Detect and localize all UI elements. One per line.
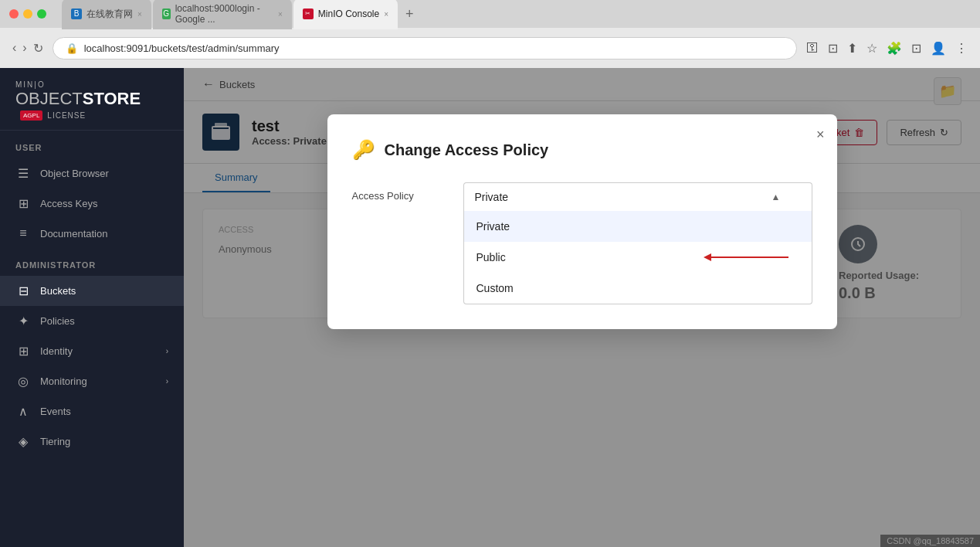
sidebar-item-tiering[interactable]: ◈ Tiering xyxy=(0,426,184,457)
browser-tab-3[interactable]: ✂ MinIO Console × xyxy=(293,0,398,29)
minimize-dot[interactable] xyxy=(23,9,32,19)
profile-icon[interactable]: 👤 xyxy=(931,41,946,56)
sidebar-item-label-access-keys: Access Keys xyxy=(40,198,97,209)
modal-title-text: Change Access Policy xyxy=(385,141,549,159)
browser-titlebar: B 在线教育网 × G localhost:9000login - Google… xyxy=(0,0,980,28)
address-bar[interactable]: 🔒 localhost:9091/buckets/test/admin/summ… xyxy=(53,37,797,59)
browser-chrome: B 在线教育网 × G localhost:9000login - Google… xyxy=(0,0,980,68)
dropdown-selected-value: Private xyxy=(475,191,509,203)
svg-marker-5 xyxy=(704,253,711,261)
sidebar: MIN|O OBJECT STORE AGPL LICENSE User ☰ O… xyxy=(0,68,184,547)
sidebar-item-access-keys[interactable]: ⊞ Access Keys xyxy=(0,189,184,219)
access-policy-field: Access Policy Private ▲ Private Public xyxy=(352,182,812,304)
sidebar-item-label-identity: Identity xyxy=(40,345,73,357)
sidebar-item-policies[interactable]: ✦ Policies xyxy=(0,306,184,336)
logo-minio: MIN|O xyxy=(15,80,168,89)
sidebar-item-label-object-browser: Object Browser xyxy=(40,168,109,179)
sidebar-item-buckets[interactable]: ⊟ Buckets xyxy=(0,276,184,306)
sidebar-item-label-monitoring: Monitoring xyxy=(40,375,87,387)
dropdown-option-private[interactable]: Private xyxy=(464,211,812,242)
extensions-icon[interactable]: 🧩 xyxy=(887,41,902,56)
main-content: ← Buckets 📁 test Access: Private xyxy=(184,68,980,547)
tab-label-2: localhost:9000login - Google ... xyxy=(175,3,273,25)
sidebar-logo: MIN|O OBJECT STORE AGPL LICENSE xyxy=(0,68,184,131)
maximize-dot[interactable] xyxy=(37,9,46,19)
bookmark-icon[interactable]: ☆ xyxy=(866,41,877,56)
back-button[interactable]: ‹ xyxy=(12,41,16,56)
browser-addressbar: ‹ › ↻ 🔒 localhost:9091/buckets/test/admi… xyxy=(0,28,980,68)
access-policy-label: Access Policy xyxy=(352,182,445,202)
dropdown-option-public[interactable]: Public xyxy=(464,242,812,273)
forward-button[interactable]: › xyxy=(22,41,26,56)
logo-agpl-badge: AGPL xyxy=(20,110,42,121)
modal-overlay: × 🔑 Change Access Policy Access Policy P… xyxy=(184,68,980,547)
sidebar-item-label-policies: Policies xyxy=(40,315,75,327)
modal-close-button[interactable]: × xyxy=(816,127,825,143)
logo-object-store: OBJECT STORE xyxy=(15,89,168,109)
sidebar-section-admin: Administrator xyxy=(0,248,184,276)
share-icon[interactable]: ⬆ xyxy=(847,41,857,56)
sidebar-item-identity[interactable]: ⊞ Identity › xyxy=(0,336,184,366)
sidebar-item-label-tiering: Tiering xyxy=(40,436,70,447)
tab-icon-2: G xyxy=(162,8,171,19)
sidebar-section-user: User xyxy=(0,131,184,158)
reload-button[interactable]: ↻ xyxy=(33,41,43,56)
monitoring-arrow-icon: › xyxy=(166,377,168,386)
sidebar-item-label-documentation: Documentation xyxy=(40,228,107,240)
tab-label-3: MinIO Console xyxy=(318,8,379,19)
browser-dots xyxy=(9,9,46,19)
tab-icon-3: ✂ xyxy=(303,8,314,19)
close-dot[interactable] xyxy=(9,9,19,19)
events-icon: ∧ xyxy=(15,404,31,419)
policies-icon: ✦ xyxy=(15,314,31,328)
identity-arrow-icon: › xyxy=(166,347,168,355)
new-tab-button[interactable]: + xyxy=(399,0,420,29)
sidebar-item-events[interactable]: ∧ Events xyxy=(0,396,184,426)
browser-tabs: B 在线教育网 × G localhost:9000login - Google… xyxy=(62,0,810,29)
key-icon[interactable]: ⚿ xyxy=(806,41,819,56)
sidebar-item-documentation[interactable]: ≡ Documentation xyxy=(0,219,184,248)
menu-icon[interactable]: ⋮ xyxy=(955,41,968,56)
tiering-icon: ◈ xyxy=(15,434,31,449)
monitoring-icon: ◎ xyxy=(15,374,31,389)
dropdown-list: Private Public Custom xyxy=(463,211,812,304)
address-text: localhost:9091/buckets/test/admin/summar… xyxy=(84,42,280,54)
lock-icon: 🔒 xyxy=(66,42,78,54)
key-icon: 🔑 xyxy=(352,139,375,161)
access-policy-dropdown: Private ▲ Private Public xyxy=(463,182,812,304)
browser-tab-1[interactable]: B 在线教育网 × xyxy=(62,0,151,29)
tab-close-1[interactable]: × xyxy=(137,10,142,19)
app: MIN|O OBJECT STORE AGPL LICENSE User ☰ O… xyxy=(0,68,980,547)
screenshot-icon[interactable]: ⊡ xyxy=(828,41,838,56)
sidebar-item-object-browser[interactable]: ☰ Object Browser xyxy=(0,158,184,189)
sidebar-toggle-icon[interactable]: ⊡ xyxy=(911,41,921,56)
browser-actions: ⚿ ⊡ ⬆ ☆ 🧩 ⊡ 👤 ⋮ xyxy=(806,41,968,56)
access-keys-icon: ⊞ xyxy=(15,196,31,211)
modal-title-area: 🔑 Change Access Policy xyxy=(352,139,812,161)
object-browser-icon: ☰ xyxy=(15,166,31,181)
dropdown-arrow-icon: ▲ xyxy=(771,192,781,202)
browser-tab-2[interactable]: G localhost:9000login - Google ... × xyxy=(153,0,292,29)
tab-close-3[interactable]: × xyxy=(384,10,388,19)
dropdown-option-custom[interactable]: Custom xyxy=(464,273,812,304)
logo-object-text: OBJECT xyxy=(15,89,83,109)
dropdown-select[interactable]: Private ▲ xyxy=(463,182,812,211)
sidebar-item-monitoring[interactable]: ◎ Monitoring › xyxy=(0,366,184,396)
documentation-icon: ≡ xyxy=(15,226,31,240)
sidebar-item-label-buckets: Buckets xyxy=(40,285,76,297)
sidebar-item-label-events: Events xyxy=(40,406,71,417)
public-option-label: Public xyxy=(476,251,506,263)
buckets-icon: ⊟ xyxy=(15,284,31,298)
tab-label-1: 在线教育网 xyxy=(86,8,133,21)
logo-license-text: LICENSE xyxy=(47,111,86,120)
change-access-policy-modal: × 🔑 Change Access Policy Access Policy P… xyxy=(327,114,837,329)
logo-store-text: STORE xyxy=(83,89,141,109)
identity-icon: ⊞ xyxy=(15,344,31,358)
tab-icon-1: B xyxy=(71,8,82,19)
tab-close-2[interactable]: × xyxy=(278,10,283,19)
nav-buttons: ‹ › ↻ xyxy=(12,41,43,56)
